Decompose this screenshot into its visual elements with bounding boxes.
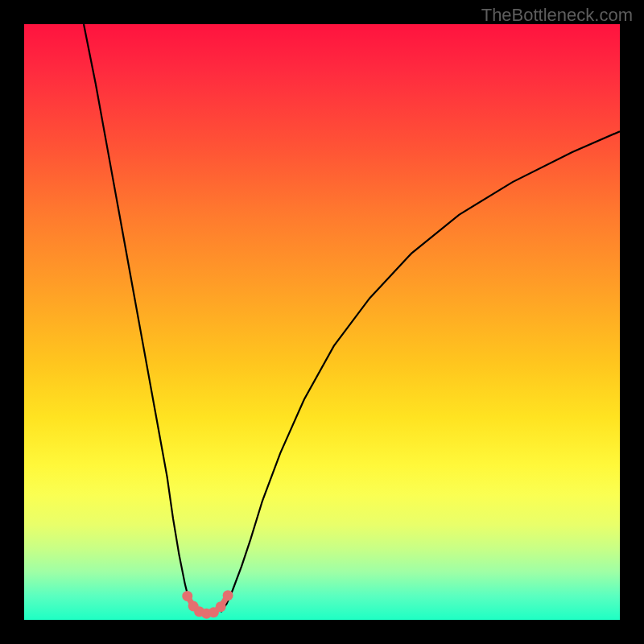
watermark-text: TheBottleneck.com xyxy=(481,5,633,26)
curve-left-branch xyxy=(84,24,197,612)
chart-frame: TheBottleneck.com xyxy=(0,0,644,644)
plot-area xyxy=(24,24,620,620)
valley-point xyxy=(223,590,233,601)
valley-point xyxy=(182,591,192,601)
curve-overlay xyxy=(24,24,620,620)
curve-right-branch xyxy=(221,131,620,612)
valley-point xyxy=(216,601,226,612)
